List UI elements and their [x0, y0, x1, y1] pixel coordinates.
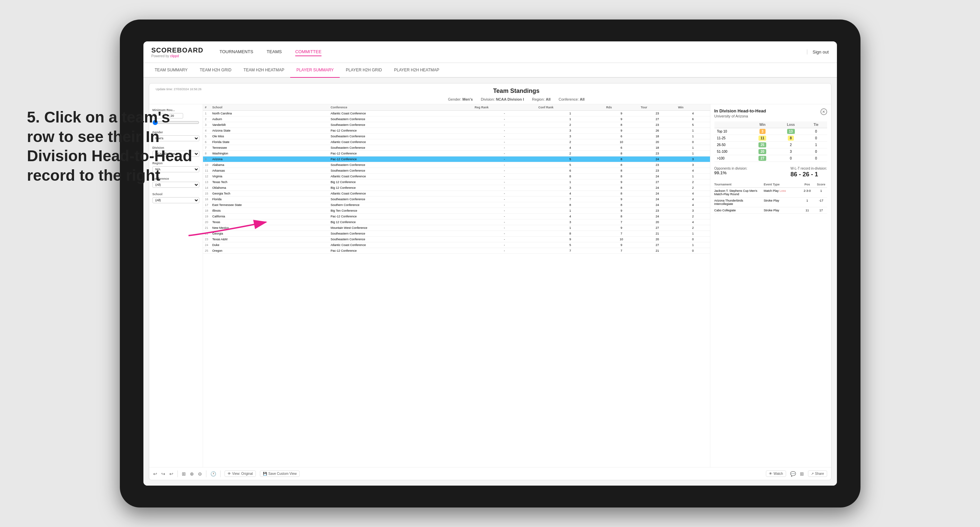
- tab-team-h2h-heatmap[interactable]: TEAM H2H HEATMAP: [237, 63, 290, 78]
- cell-conf-rank: 3: [536, 185, 604, 191]
- h2h-loss-51100: 3: [777, 148, 805, 155]
- nav-tournaments[interactable]: TOURNAMENTS: [220, 48, 253, 56]
- table-row[interactable]: 12 Virginia Atlantic Coast Conference - …: [203, 174, 710, 179]
- cell-rank: 23: [203, 237, 210, 242]
- sub-navigation: TEAM SUMMARY TEAM H2H GRID TEAM H2H HEAT…: [143, 63, 837, 78]
- tab-team-h2h-grid[interactable]: TEAM H2H GRID: [194, 63, 237, 78]
- table-row[interactable]: 3 Vanderbilt Southeastern Conference - 2…: [203, 122, 710, 128]
- cell-tour: 23: [639, 162, 676, 168]
- h2h-range-100plus: >100: [714, 155, 748, 162]
- cell-tour: 20: [639, 219, 676, 225]
- undo-icon[interactable]: ↩: [153, 471, 157, 476]
- cell-win: 3: [676, 162, 710, 168]
- share-icon-small[interactable]: ⊞: [800, 471, 804, 476]
- cell-tour: 27: [639, 116, 676, 122]
- forward-icon[interactable]: ↩: [169, 471, 173, 476]
- nav-items: TOURNAMENTS TEAMS COMMITTEE: [220, 48, 807, 56]
- table-row[interactable]: 16 Florida Southeastern Conference - 7 9…: [203, 197, 710, 202]
- table-row[interactable]: 4 Arizona State Pac-12 Conference - 3 9 …: [203, 128, 710, 133]
- tab-player-h2h-heatmap[interactable]: PLAYER H2H HEATMAP: [388, 63, 445, 78]
- table-row[interactable]: 22 Georgia Southeastern Conference - 8 7…: [203, 231, 710, 237]
- crop-icon[interactable]: ⊞: [182, 471, 186, 476]
- min-rounds-sep: -: [167, 114, 168, 118]
- cell-school: Auburn: [210, 116, 329, 122]
- table-row[interactable]: 19 California Pac-12 Conference - 4 8 24…: [203, 214, 710, 219]
- cell-school: Florida State: [210, 139, 329, 145]
- h2h-close-button[interactable]: ✕: [821, 108, 827, 115]
- table-row[interactable]: 2 Auburn Southeastern Conference - 1 9 2…: [203, 116, 710, 122]
- cell-rank: 16: [203, 197, 210, 202]
- table-row[interactable]: 25 Oregon Pac-12 Conference - 7 7 21 0: [203, 248, 710, 254]
- table-row[interactable]: 1 North Carolina Atlantic Coast Conferen…: [203, 111, 710, 116]
- table-row[interactable]: 18 Illinois Big Ten Conference - 1 9 23 …: [203, 208, 710, 214]
- cell-rds: 8: [604, 151, 639, 157]
- min-rounds-range: -: [153, 113, 199, 119]
- cell-rds: 9: [604, 225, 639, 231]
- table-row[interactable]: 6 Florida State Atlantic Coast Conferenc…: [203, 139, 710, 145]
- gender-select[interactable]: Men's Women's: [153, 135, 199, 141]
- cell-conf-rank: 2: [536, 151, 604, 157]
- nav-teams[interactable]: TEAMS: [267, 48, 282, 56]
- table-row[interactable]: 15 Georgia Tech Atlantic Coast Conferenc…: [203, 191, 710, 197]
- opp-label: Opponents in division:: [714, 167, 748, 170]
- cell-reg-rank: -: [473, 133, 536, 139]
- school-select[interactable]: (All): [153, 197, 199, 203]
- cell-conf-rank: 8: [536, 174, 604, 179]
- table-row[interactable]: 13 Texas Tech Big 12 Conference - 1 9 27…: [203, 179, 710, 185]
- table-row[interactable]: 8 Washington Pac-12 Conference - 2 8 23 …: [203, 151, 710, 157]
- region-select[interactable]: N/A All: [153, 166, 199, 172]
- table-row[interactable]: 14 Oklahoma Big 12 Conference - 3 8 24 2: [203, 185, 710, 191]
- h2h-table: Win Loss Tie Top 10 3 13 0: [714, 122, 827, 162]
- table-row[interactable]: 9 Arizona Pac-12 Conference - 5 8 24 3: [203, 157, 710, 162]
- save-custom-view-button[interactable]: 💾 Save Custom View: [260, 470, 300, 477]
- comment-icon[interactable]: 💬: [790, 471, 796, 476]
- cell-reg-rank: -: [473, 225, 536, 231]
- cell-rank: 7: [203, 145, 210, 151]
- tab-player-summary[interactable]: PLAYER SUMMARY: [290, 63, 340, 78]
- cell-conf-rank: 3: [536, 133, 604, 139]
- conference-select[interactable]: (All): [153, 182, 199, 188]
- table-row[interactable]: 11 Arkansas Southeastern Conference - 6 …: [203, 168, 710, 174]
- tab-team-summary[interactable]: TEAM SUMMARY: [149, 63, 194, 78]
- table-row[interactable]: 7 Tennessee Southeastern Conference - 4 …: [203, 145, 710, 151]
- minus-icon[interactable]: ⊖: [198, 471, 202, 476]
- redo-icon[interactable]: ↪: [161, 471, 165, 476]
- view-original-button[interactable]: 👁 View: Original: [224, 470, 256, 477]
- table-row[interactable]: 17 East Tennessee State Southern Confere…: [203, 202, 710, 208]
- table-row[interactable]: 24 Duke Atlantic Coast Conference - 5 9 …: [203, 242, 710, 248]
- clock-icon[interactable]: 🕐: [210, 471, 216, 476]
- watch-label: Watch: [774, 472, 783, 476]
- cell-reg-rank: -: [473, 162, 536, 168]
- min-rounds-input[interactable]: [153, 113, 166, 119]
- cell-win: 1: [676, 128, 710, 133]
- watch-button[interactable]: 👁 Watch: [766, 470, 786, 477]
- col-school: School: [210, 104, 329, 111]
- cell-school: Texas A&M: [210, 237, 329, 242]
- table-row[interactable]: 21 New Mexico Mountain West Conference -…: [203, 225, 710, 231]
- h2h-win-2650: 25: [748, 142, 777, 148]
- cell-conference: Atlantic Coast Conference: [329, 111, 473, 116]
- wlt-value: 86 - 26 - 1: [791, 171, 827, 178]
- cell-rds: 9: [604, 128, 639, 133]
- table-row[interactable]: 23 Texas A&M Southeastern Conference - 9…: [203, 237, 710, 242]
- teams-table-body: 1 North Carolina Atlantic Coast Conferen…: [203, 111, 710, 254]
- sign-out-link[interactable]: Sign out: [807, 49, 829, 54]
- cell-tour: 24: [639, 202, 676, 208]
- cell-win: 2: [676, 214, 710, 219]
- share-button[interactable]: ↗ Share: [808, 470, 827, 477]
- cell-conference: Pac-12 Conference: [329, 248, 473, 254]
- cell-reg-rank: -: [473, 174, 536, 179]
- rounds-slider[interactable]: [153, 120, 199, 125]
- cell-rank: 2: [203, 116, 210, 122]
- table-row[interactable]: 10 Alabama Southeastern Conference - 5 8…: [203, 162, 710, 168]
- tournament-list: Tournament Event Type Pos Score Jackson …: [714, 181, 827, 214]
- division-select[interactable]: NCAA Division I NCAA Division II NCAA Di…: [153, 151, 199, 157]
- nav-committee[interactable]: COMMITTEE: [295, 48, 321, 56]
- table-row[interactable]: 20 Texas Big 12 Conference - 3 7 20 4: [203, 219, 710, 225]
- table-row[interactable]: 5 Ole Miss Southeastern Conference - 3 6…: [203, 133, 710, 139]
- h2h-col-range: [714, 122, 748, 128]
- tab-player-h2h-grid[interactable]: PLAYER H2H GRID: [340, 63, 388, 78]
- cell-conference: Atlantic Coast Conference: [329, 242, 473, 248]
- plus-icon[interactable]: ⊕: [190, 471, 194, 476]
- max-rounds-input[interactable]: [170, 113, 183, 119]
